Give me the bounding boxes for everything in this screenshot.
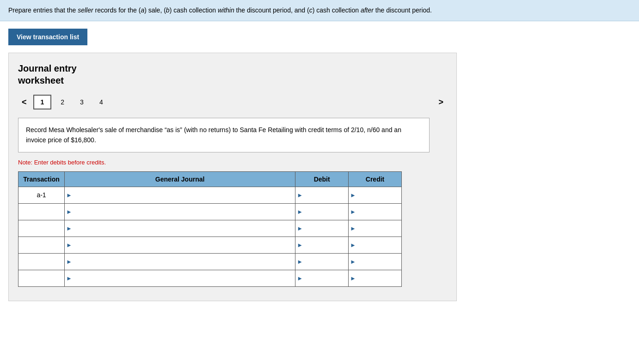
- debit-cell-6[interactable]: ►: [295, 270, 349, 286]
- journal-input-4[interactable]: [72, 237, 295, 253]
- journal-input-2[interactable]: [72, 204, 295, 220]
- credit-cell-4[interactable]: ►: [349, 237, 402, 253]
- transaction-cell-3: [18, 220, 65, 237]
- instruction-bar: Prepare entries that the seller records …: [0, 0, 639, 21]
- credit-input-6[interactable]: [356, 270, 401, 286]
- credit-cell-2[interactable]: ►: [349, 203, 402, 220]
- description-text: Record Mesa Wholesaler's sale of merchan…: [26, 126, 401, 144]
- view-transactions-button[interactable]: View transaction list: [8, 29, 87, 45]
- debit-input-2[interactable]: [303, 204, 348, 220]
- transaction-cell-1: a-1: [18, 187, 65, 203]
- next-tab-arrow[interactable]: >: [435, 97, 447, 107]
- header-debit: Debit: [295, 171, 349, 187]
- credit-cell-6[interactable]: ►: [349, 270, 402, 286]
- credit-input-5[interactable]: [356, 254, 401, 270]
- debit-input-1[interactable]: [303, 187, 348, 203]
- description-box: Record Mesa Wholesaler's sale of merchan…: [18, 118, 430, 152]
- credit-arrow-4: ►: [349, 242, 356, 249]
- transaction-cell-2: [18, 203, 65, 220]
- debit-arrow-6: ►: [295, 275, 303, 282]
- debit-input-4[interactable]: [303, 237, 348, 253]
- note-text: Note: Enter debits before credits.: [18, 159, 447, 166]
- table-row: ► ► ►: [18, 270, 402, 286]
- credit-arrow-1: ►: [349, 192, 356, 199]
- header-credit: Credit: [349, 171, 402, 187]
- credit-input-4[interactable]: [356, 237, 401, 253]
- tab-4[interactable]: 4: [93, 96, 110, 109]
- journal-cell-5[interactable]: ►: [64, 253, 295, 270]
- credit-cell-3[interactable]: ►: [349, 220, 402, 237]
- journal-cell-1[interactable]: ►: [64, 187, 295, 203]
- debit-arrow-4: ►: [295, 242, 303, 249]
- worksheet-container: Journal entry worksheet < 1 2 3 4 > Reco…: [8, 53, 457, 301]
- debit-input-6[interactable]: [303, 270, 348, 286]
- transaction-cell-4: [18, 237, 65, 253]
- journal-cell-6[interactable]: ►: [64, 270, 295, 286]
- arrow-icon-2: ►: [65, 208, 72, 215]
- credit-arrow-5: ►: [349, 258, 356, 265]
- tab-2[interactable]: 2: [54, 96, 71, 109]
- credit-arrow-2: ►: [349, 208, 356, 215]
- journal-cell-3[interactable]: ►: [64, 220, 295, 237]
- header-general-journal: General Journal: [64, 171, 295, 187]
- debit-arrow-1: ►: [295, 192, 303, 199]
- tab-3[interactable]: 3: [74, 96, 90, 109]
- tab-navigation: < 1 2 3 4 >: [18, 95, 447, 109]
- header-transaction: Transaction: [18, 171, 65, 187]
- transaction-cell-5: [18, 253, 65, 270]
- table-row: a-1 ► ► ►: [18, 187, 402, 203]
- credit-input-1[interactable]: [356, 187, 401, 203]
- tab-1[interactable]: 1: [33, 95, 52, 109]
- credit-input-3[interactable]: [356, 220, 401, 237]
- journal-cell-4[interactable]: ►: [64, 237, 295, 253]
- arrow-icon-3: ►: [65, 225, 72, 232]
- debit-cell-5[interactable]: ►: [295, 253, 349, 270]
- credit-cell-1[interactable]: ►: [349, 187, 402, 203]
- prev-tab-arrow[interactable]: <: [18, 97, 31, 107]
- credit-cell-5[interactable]: ►: [349, 253, 402, 270]
- debit-input-5[interactable]: [303, 254, 348, 270]
- debit-arrow-5: ►: [295, 258, 303, 265]
- journal-cell-2[interactable]: ►: [64, 203, 295, 220]
- credit-input-2[interactable]: [356, 204, 401, 220]
- debit-cell-3[interactable]: ►: [295, 220, 349, 237]
- journal-input-3[interactable]: [72, 220, 295, 237]
- arrow-icon-5: ►: [65, 258, 72, 265]
- arrow-icon-1: ►: [65, 192, 72, 199]
- arrow-icon-4: ►: [65, 242, 72, 249]
- transaction-cell-6: [18, 270, 65, 286]
- debit-cell-2[interactable]: ►: [295, 203, 349, 220]
- table-row: ► ► ►: [18, 220, 402, 237]
- debit-input-3[interactable]: [303, 220, 348, 237]
- debit-cell-1[interactable]: ►: [295, 187, 349, 203]
- debit-cell-4[interactable]: ►: [295, 237, 349, 253]
- journal-input-6[interactable]: [72, 270, 295, 286]
- worksheet-title: Journal entry worksheet: [18, 62, 447, 86]
- journal-input-5[interactable]: [72, 254, 295, 270]
- credit-arrow-3: ►: [349, 225, 356, 232]
- journal-input-1[interactable]: [72, 187, 295, 203]
- debit-arrow-3: ►: [295, 225, 303, 232]
- table-row: ► ► ►: [18, 253, 402, 270]
- journal-table: Transaction General Journal Debit Credit…: [18, 171, 402, 287]
- credit-arrow-6: ►: [349, 275, 356, 282]
- table-row: ► ► ►: [18, 203, 402, 220]
- table-row: ► ► ►: [18, 237, 402, 253]
- arrow-icon-6: ►: [65, 275, 72, 282]
- instruction-text: Prepare entries that the seller records …: [8, 6, 631, 15]
- debit-arrow-2: ►: [295, 208, 303, 215]
